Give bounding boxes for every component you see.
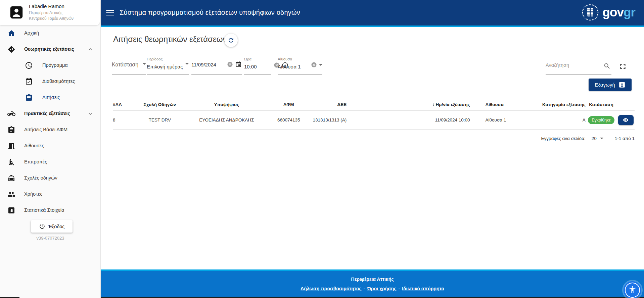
search-icon[interactable]: [603, 62, 611, 70]
time-filter-value: 10:00: [244, 64, 257, 69]
sidebar-item-theory-exams[interactable]: Θεωρητικές εξετάσεις: [0, 41, 100, 57]
room-filter-select[interactable]: Αίθουσα Αίθουσα 1: [278, 56, 322, 75]
app-title: Σύστημα προγραμματισμού εξετάσεων υποψήφ…: [120, 9, 300, 16]
dropdown-arrow-icon: [600, 138, 603, 139]
column-header-exam-date[interactable]: ↓Ημ/νία εξέτασης: [347, 102, 485, 107]
status-filter-select[interactable]: Κατάσταση: [112, 56, 146, 75]
logout-button[interactable]: Έξοδος: [31, 220, 73, 233]
table-row: 8 TEST DRV ΕΥΘΕΙΑΔΗΣ ΑΝΔΡΟΚΛΗΣ 660074135…: [113, 111, 635, 130]
app-version: v39-07072023: [0, 236, 101, 241]
fullscreen-icon[interactable]: [618, 62, 627, 71]
sidebar-item-applications-by-afm[interactable]: Αιτήσεις Βάσει ΑΦΜ: [0, 122, 100, 138]
sidebar: Labadie Ramon Περιφέρεια Αττικής Κεντρικ…: [0, 0, 101, 298]
sidebar-item-practical-exams[interactable]: Πρακτικές εξετάσεις: [0, 106, 100, 122]
cell-candidate: ΕΥΘΕΙΑΔΗΣ ΑΝΔΡΟΚΛΗΣ: [188, 117, 265, 122]
pagination-range: 1-1 από 1: [615, 136, 635, 141]
sidebar-item-driving-schools[interactable]: Σχολές οδηγών: [0, 170, 100, 186]
sort-desc-icon: ↓: [432, 102, 435, 107]
status-badge: Εγκρίθηκε: [588, 116, 614, 124]
sidebar-item-users[interactable]: Χρήστες: [0, 186, 100, 202]
column-header-school[interactable]: Σχολή Οδηγών: [132, 102, 188, 107]
clear-date-icon[interactable]: [227, 61, 233, 67]
applications-table: #ΑΑ Σχολή Οδηγών Υποψήφιος ΑΦΜ ΔΕΕ ↓Ημ/ν…: [113, 99, 635, 130]
date-filter-field[interactable]: 11/09/2024: [191, 56, 242, 75]
dropdown-arrow-icon: [319, 64, 322, 66]
header-accent-strip: [101, 26, 644, 27]
terms-of-use-link[interactable]: Όροι χρήσης: [367, 286, 396, 291]
calendar-icon[interactable]: [235, 61, 242, 68]
sidebar-item-label: Αίθουσες: [24, 143, 44, 148]
user-avatar-icon: [9, 5, 24, 20]
sidebar-item-label: Θεωρητικές εξετάσεις: [24, 46, 74, 52]
sidebar-item-program[interactable]: Πρόγραμμα: [0, 57, 100, 73]
user-name: Labadie Ramon: [29, 3, 64, 9]
room-filter-value: Αίθουσα 1: [278, 64, 301, 69]
user-region: Περιφέρεια Αττικής: [29, 10, 62, 15]
export-button[interactable]: Εξαγωγή: [589, 79, 632, 91]
bar-chart-icon: [7, 206, 15, 214]
sidebar-item-label: Πρακτικές εξετάσεις: [24, 111, 70, 116]
cell-afm: 660074135: [265, 117, 312, 122]
door-icon: [7, 142, 15, 150]
eye-icon: [623, 117, 629, 123]
time-filter-field[interactable]: Ώρα 10:00: [244, 56, 271, 75]
footer-separator: -: [364, 286, 365, 291]
sidebar-item-rooms[interactable]: Αίθουσες: [0, 138, 100, 154]
per-page-label: Εγγραφές ανα σελίδα:: [541, 136, 586, 141]
clear-room-icon[interactable]: [311, 62, 317, 68]
clock-icon: [25, 61, 33, 69]
cell-school: TEST DRV: [132, 117, 188, 122]
top-app-bar: Σύστημα προγραμματισμού εξετάσεων υποψήφ…: [101, 0, 644, 26]
cell-status: Εγκρίθηκε: [586, 116, 617, 124]
sidebar-item-label: Επιτροπές: [24, 159, 47, 164]
greek-emblem-icon: [582, 4, 599, 21]
motorcycle-icon: [7, 110, 15, 118]
per-page-value: 20: [592, 136, 597, 141]
sidebar-item-label: Αιτήσεις Βάσει ΑΦΜ: [24, 127, 67, 132]
home-icon: [7, 29, 15, 37]
sidebar-item-committees[interactable]: Επιτροπές: [0, 154, 100, 170]
sidebar-item-label: Διαθεσιμότητες: [42, 79, 75, 84]
view-button[interactable]: [618, 115, 634, 125]
room-filter-label: Αίθουσα: [278, 57, 292, 61]
power-icon: [39, 223, 45, 230]
cell-actions: [617, 115, 635, 125]
accessibility-statement-link[interactable]: Δήλωση προσβασιμότητας: [301, 286, 361, 291]
column-header-status[interactable]: Κατάσταση: [586, 102, 617, 107]
footer-region: Περιφέρεια Αττικής: [101, 277, 644, 282]
accessibility-icon: [628, 286, 637, 294]
refresh-button[interactable]: [224, 34, 238, 47]
car-icon: [7, 174, 15, 182]
status-filter-placeholder: Κατάσταση: [112, 62, 138, 68]
sidebar-item-statistics[interactable]: Στατιστικά Στοιχεία: [0, 202, 100, 218]
column-header-category[interactable]: Κατηγορία εξέτασης: [533, 102, 585, 107]
per-page-select[interactable]: 20: [592, 136, 603, 141]
menu-icon[interactable]: [105, 8, 115, 17]
chevron-down-icon: [87, 110, 94, 117]
calendar-check-icon: [25, 78, 33, 86]
user-department: Κεντρικού Τομέα Αθηνών: [29, 16, 74, 21]
period-filter-select[interactable]: Περίοδος Επιλογή ημέρας: [147, 56, 189, 75]
download-icon: [618, 81, 626, 88]
column-header-afm[interactable]: ΑΦΜ: [265, 102, 312, 107]
sidebar-item-availability[interactable]: Διαθεσιμότητες: [0, 73, 100, 90]
sidebar-item-label: Αιτήσεις: [42, 95, 60, 100]
privacy-link[interactable]: Ιδιωτικό απόρρητο: [402, 286, 444, 291]
column-header-dee[interactable]: ΔΕΕ: [312, 102, 347, 107]
sidebar-item-applications[interactable]: Αιτήσεις: [0, 90, 100, 106]
page-title: Αιτήσεις θεωρητικών εξετάσεων: [113, 35, 227, 44]
column-header-aa[interactable]: #ΑΑ: [113, 102, 132, 107]
sidebar-item-label: Πρόγραμμα: [42, 62, 68, 68]
sidebar-item-home[interactable]: Αρχική: [0, 25, 100, 41]
cell-category: Α: [533, 117, 585, 122]
people-icon: [7, 190, 15, 198]
chevron-up-icon: [87, 46, 94, 53]
sidebar-item-label: Αρχική: [24, 30, 39, 36]
cell-room: Αίθουσα 1: [486, 117, 534, 122]
sidebar-nav: Αρχική Θεωρητικές εξετάσεις Πρόγραμμα Δι…: [0, 25, 100, 218]
column-header-candidate[interactable]: Υποψήφιος: [188, 102, 265, 107]
column-header-room[interactable]: Αίθουσα: [486, 102, 534, 107]
search-input[interactable]: [546, 62, 599, 68]
sidebar-item-label: Χρήστες: [24, 191, 42, 197]
accessibility-button[interactable]: [624, 281, 641, 298]
